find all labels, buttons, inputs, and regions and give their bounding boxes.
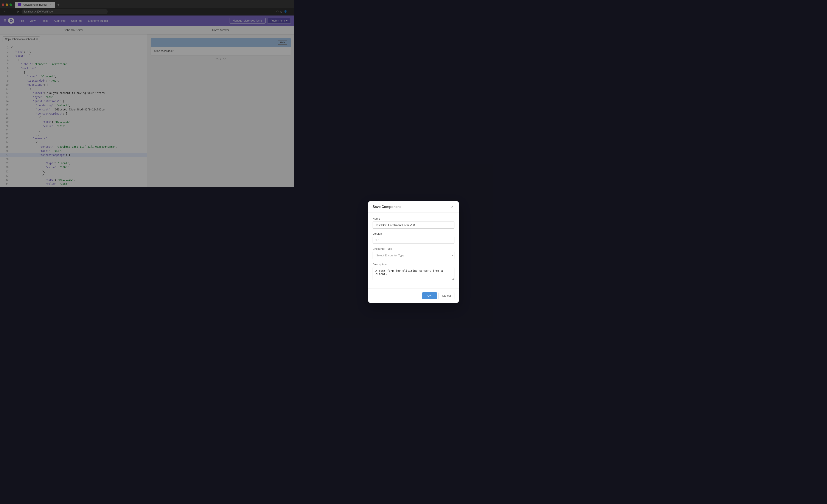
- modal-overlay: Save Component × Name Version Encounter …: [0, 0, 294, 187]
